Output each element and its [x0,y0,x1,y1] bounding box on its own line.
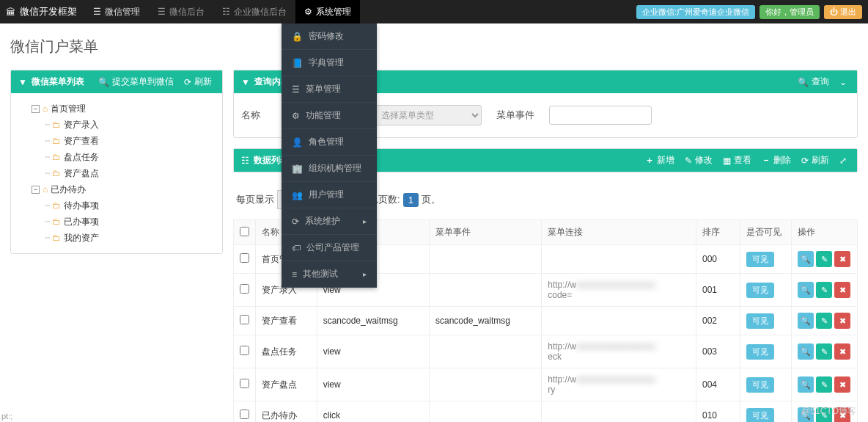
tree-leaf[interactable]: ┈ 🗀 已办事项 [45,214,215,230]
list-icon: ☷ [241,156,249,166]
dropdown-item-0[interactable]: 🔒密码修改 [282,23,377,50]
row-edit-button[interactable]: ✎ [816,251,832,267]
cell-name: 资产盘点 [256,368,317,401]
row-edit-button[interactable]: ✎ [816,343,832,360]
cell-visible: 可见 [740,335,792,368]
cell-visible: 可见 [740,401,792,423]
tree-leaf[interactable]: ┈ 🗀 资产录入 [45,117,215,133]
dropdown-item-6[interactable]: 👥用户管理 [282,182,377,208]
row-delete-button[interactable]: ✖ [834,376,850,393]
row-delete-button[interactable]: ✖ [834,251,850,267]
row-view-button[interactable]: 🔍 [798,282,814,298]
tree-leaf[interactable]: ┈ 🗀 待办事项 [45,197,215,214]
refresh-button[interactable]: ⟳刷新 [798,154,832,167]
topnav-item-1[interactable]: ☰微信后台 [149,0,213,23]
filter-icon: ▼ [241,77,250,87]
chevron-down-icon[interactable]: ⌄ [836,77,850,87]
type-select[interactable]: 选择菜单类型 [372,105,482,125]
dropdown-item-9[interactable]: ≡其他测试▸ [282,261,377,288]
row-view-button[interactable]: 🔍 [798,313,814,329]
folder-icon: 🗀 [52,165,61,181]
filter-icon: ▼ [18,77,27,87]
visible-badge: 可见 [746,408,774,423]
cell-link: http://wxxxxxxxxxxxxxxxxxxcode= [542,274,696,307]
cell-link [542,401,696,423]
row-checkbox[interactable] [240,253,249,263]
cell-visible: 可见 [740,368,792,401]
tree-node[interactable]: − ⌂ 已办待办 [32,181,215,197]
delete-button[interactable]: －删除 [759,154,794,167]
cell-visible: 可见 [740,307,792,335]
table-row: 盘点任务viewhttp://wxxxxxxxxxxxxxxxxxxeck003… [234,335,858,368]
row-delete-button[interactable]: ✖ [834,343,850,360]
search-icon: 🔍 [798,77,809,87]
cell-visible: 可见 [740,245,792,274]
cell-link: http://wxxxxxxxxxxxxxxxxxxry [542,368,696,401]
nav-icon: ☰ [93,7,101,17]
add-button[interactable]: ＋新增 [642,154,677,167]
menu-icon: 👥 [292,190,303,200]
collapse-icon[interactable]: − [32,105,40,113]
tree-node[interactable]: − ⌂ 首页管理 [32,101,215,117]
expand-button[interactable]: ⤢ [836,156,850,166]
select-all-checkbox[interactable] [240,227,249,236]
power-icon: ⏻ [830,7,838,16]
view-button[interactable]: ▦查看 [720,154,754,167]
logout-button[interactable]: ⏻退出 [824,5,862,19]
menu-icon: ≡ [292,269,297,280]
bank-icon: 🏛 [6,7,15,18]
topnav-item-0[interactable]: ☰微信管理 [84,0,149,23]
tree-leaf[interactable]: ┈ 🗀 盘点任务 [45,149,215,165]
row-delete-button[interactable]: ✖ [834,282,850,298]
row-view-button[interactable]: 🔍 [798,343,814,360]
collapse-icon[interactable]: − [32,186,40,194]
topbar: 🏛 微信开发框架 ☰微信管理☰微信后台☷企业微信后台⚙系统管理 企业微信:广州爱… [0,0,868,23]
row-view-button[interactable]: 🔍 [798,376,814,393]
row-edit-button[interactable]: ✎ [816,376,832,393]
top-nav: ☰微信管理☰微信后台☷企业微信后台⚙系统管理 [84,0,360,23]
cell-order: 002 [696,307,740,335]
menu-icon: ⚙ [292,111,300,121]
event-input[interactable] [549,106,652,125]
row-delete-button[interactable]: ✖ [834,313,850,329]
row-checkbox[interactable] [240,410,249,419]
tree-leaf[interactable]: ┈ 🗀 我的资产 [45,230,215,246]
cell-event [429,245,541,274]
search-button[interactable]: 🔍查询 [795,76,832,88]
dropdown-item-1[interactable]: 📘字典管理 [282,50,377,76]
dropdown-item-8[interactable]: 🏷公司产品管理 [282,235,377,261]
cell-link: http://wxxxxxxxxxxxxxxxxxxeck [542,335,696,368]
visible-badge: 可见 [746,283,774,298]
dropdown-item-5[interactable]: 🏢组织机构管理 [282,156,377,182]
cell-link [542,307,696,335]
dropdown-item-3[interactable]: ⚙功能管理 [282,103,377,129]
dropdown-item-7[interactable]: ⟳系统维护▸ [282,208,377,235]
greeting-tag: 你好，管理员 [760,5,820,19]
row-checkbox[interactable] [240,346,249,355]
brand: 🏛 微信开发框架 [6,5,77,18]
cell-type: view [317,368,429,401]
topnav-item-3[interactable]: ⚙系统管理 [295,0,360,23]
topnav-item-2[interactable]: ☷企业微信后台 [213,0,295,23]
system-dropdown: 🔒密码修改📘字典管理☰菜单管理⚙功能管理👤角色管理🏢组织机构管理👥用户管理⟳系统… [282,23,377,288]
visible-badge: 可见 [746,313,774,329]
page-number[interactable]: 1 [403,193,419,207]
dropdown-item-2[interactable]: ☰菜单管理 [282,76,377,103]
row-checkbox[interactable] [240,379,249,388]
tree-leaf[interactable]: ┈ 🗀 资产查看 [45,133,215,149]
org-tag[interactable]: 企业微信:广州爱奇迪企业微信 [636,5,755,19]
row-edit-button[interactable]: ✎ [816,313,832,329]
row-edit-button[interactable]: ✎ [816,282,832,298]
tree-leaf[interactable]: ┈ 🗀 资产盘点 [45,165,215,181]
caret-right-icon: ▸ [363,270,367,278]
edit-button[interactable]: ✎修改 [682,154,716,167]
row-checkbox[interactable] [240,315,249,324]
cell-event [429,401,541,423]
dropdown-item-4[interactable]: 👤角色管理 [282,129,377,156]
visible-badge: 可见 [746,344,774,360]
cell-link [542,245,696,274]
row-checkbox[interactable] [240,284,249,294]
submit-menu-button[interactable]: 🔍提交菜单到微信 [95,76,177,88]
row-view-button[interactable]: 🔍 [798,251,814,267]
refresh-tree-button[interactable]: ⟳刷新 [181,76,215,88]
